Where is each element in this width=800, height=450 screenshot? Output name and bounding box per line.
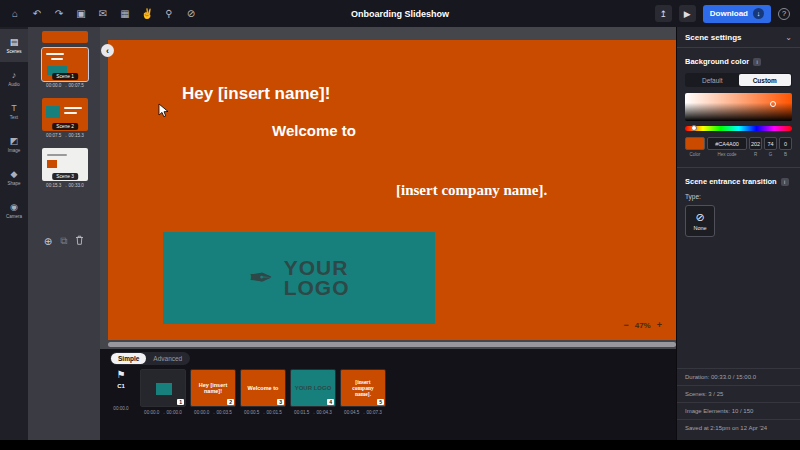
blue-field[interactable]: 0 <box>779 137 792 150</box>
delete-scene-button[interactable] <box>75 235 84 247</box>
timeline-thumb-logo[interactable]: YOUR LOGO 4 <box>290 369 336 407</box>
share-icon: ↥ <box>660 9 668 19</box>
scenes-icon: ▤ <box>10 38 19 47</box>
timeline-thumb-heading[interactable]: Hey [insert name]! 2 <box>190 369 236 407</box>
transition-none-option[interactable]: ⊘ None <box>685 205 715 237</box>
sidebar-item-label: Audio <box>8 82 20 87</box>
hide-icon[interactable]: ⊘ <box>185 9 197 19</box>
stat-scenes: Scenes: 3 / 25 <box>677 385 800 402</box>
mode-simple-button[interactable]: Simple <box>111 353 146 364</box>
logo-placeholder[interactable]: ✒ YOUR LOGO <box>163 232 435 324</box>
settings-title: Scene settings <box>685 33 741 42</box>
slide-canvas[interactable]: ‹ Hey [insert name]! Welcome to [insert … <box>108 40 676 340</box>
timeline-item-3[interactable]: Welcome to 3 00:00.5 → 00:01.5 <box>240 369 286 415</box>
add-scene-button[interactable]: ⊕ <box>44 236 52 247</box>
scene-time-range: 00:00.0 → 00:07.5 <box>42 83 88 88</box>
scene-1-thumbnail[interactable]: Scene 1 <box>42 48 88 81</box>
download-button[interactable]: Download ↓ <box>703 5 771 23</box>
sidebar-item-audio[interactable]: ♪ Audio <box>0 62 28 95</box>
scene-card-3[interactable]: Scene 3 00:15.3 → 00:33.0 <box>42 148 88 188</box>
item-number-badge: 5 <box>377 399 384 405</box>
scene-card-1[interactable]: Scene 1 00:00.0 → 00:07.5 <box>42 48 88 88</box>
red-field[interactable]: 202 <box>749 137 762 150</box>
sidebar-item-image[interactable]: ◩ Image <box>0 128 28 161</box>
collapse-panel-button[interactable]: ‹ <box>101 44 114 57</box>
scene-thumb-partial[interactable] <box>42 31 88 43</box>
slide-company-text[interactable]: [insert company name]. <box>396 182 547 199</box>
app-window: ⌂ ↶ ↷ ▣ ✉ ▦ ✌ ⚲ ⊘ Onboarding Slideshow ↥… <box>0 0 800 450</box>
duplicate-scene-button[interactable]: ⧉ <box>60 235 67 247</box>
comment-icon[interactable]: ✉ <box>97 9 109 19</box>
timeline-thumb-subheading[interactable]: Welcome to 3 <box>240 369 286 407</box>
logo-text: YOUR LOGO <box>284 258 350 298</box>
sidebar-item-camera[interactable]: ◉ Camera <box>0 194 28 227</box>
scene-2-thumbnail[interactable]: Scene 2 <box>42 98 88 131</box>
canvas-area: ‹ Hey [insert name]! Welcome to [insert … <box>100 27 676 349</box>
scene-card-2[interactable]: Scene 2 00:07.5 → 00:15.3 <box>42 98 88 138</box>
info-icon[interactable]: i <box>781 178 789 186</box>
share-button[interactable]: ↥ <box>655 5 672 22</box>
mode-advanced-button[interactable]: Advanced <box>146 353 189 364</box>
camera-track[interactable]: ⚑ C1 00:00.0 <box>108 370 134 411</box>
trash-icon <box>75 235 84 245</box>
green-field[interactable]: 74 <box>764 137 777 150</box>
zoom-out-button[interactable]: − <box>623 320 628 330</box>
redo-icon[interactable]: ↷ <box>53 9 65 19</box>
project-stats: Duration: 00:33.0 / 15:00.0 Scenes: 3 / … <box>677 368 800 436</box>
info-icon[interactable]: i <box>753 58 761 66</box>
timeline-item-5[interactable]: [insert company name]. 5 00:04.5 → 00:07… <box>340 369 386 415</box>
thumb-text-line <box>51 58 63 60</box>
grid-icon[interactable]: ▦ <box>119 9 131 19</box>
scene-name-badge: Scene 1 <box>52 73 78 80</box>
clipboard-icon[interactable]: ▣ <box>75 9 87 19</box>
thumb-text-line <box>46 53 64 55</box>
thumb-text-line <box>64 112 77 114</box>
stat-duration: Duration: 00:33.0 / 15:00.0 <box>677 368 800 385</box>
horizontal-scrollbar[interactable] <box>108 342 676 347</box>
transition-type-label: Type: <box>685 193 792 200</box>
help-button[interactable]: ? <box>778 8 790 20</box>
slide-heading-text[interactable]: Hey [insert name]! <box>182 84 330 104</box>
timeline-items: 1 00:00.0 → 00:00.0 Hey [insert name]! 2… <box>140 369 386 415</box>
mouse-cursor <box>158 103 169 122</box>
scene-name-badge: Scene 2 <box>52 123 78 130</box>
item-time-range: 00:00.5 → 00:01.5 <box>244 410 282 415</box>
timeline-item-4[interactable]: YOUR LOGO 4 00:01.5 → 00:04.3 <box>290 369 336 415</box>
timeline-item-2[interactable]: Hey [insert name]! 2 00:00.0 → 00:03.5 <box>190 369 236 415</box>
home-icon[interactable]: ⌂ <box>9 9 21 19</box>
color-swatch[interactable] <box>685 137 705 150</box>
saturation-cursor[interactable] <box>770 101 776 107</box>
scenes-panel: Scene 1 00:00.0 → 00:07.5 Scene 2 00:07.… <box>28 27 100 440</box>
timeline-thumb-shape[interactable]: 1 <box>140 369 186 407</box>
stat-image-elements: Image Elements: 10 / 150 <box>677 402 800 419</box>
hue-cursor[interactable] <box>691 125 697 131</box>
preview-play-button[interactable]: ▶ <box>679 5 696 22</box>
timeline-mode-toggle: Simple Advanced <box>110 352 190 365</box>
undo-icon[interactable]: ↶ <box>31 9 43 19</box>
shape-icon: ◆ <box>11 170 18 179</box>
item-time-range: 00:04.5 → 00:07.3 <box>344 410 382 415</box>
sidebar-item-shape[interactable]: ◆ Shape <box>0 161 28 194</box>
saturation-picker[interactable] <box>685 93 792 121</box>
hue-slider[interactable] <box>685 126 792 131</box>
slide-subheading-text[interactable]: Welcome to <box>272 122 356 139</box>
chevron-down-icon: ⌄ <box>785 33 792 42</box>
timeline-item-1[interactable]: 1 00:00.0 → 00:00.0 <box>140 369 186 415</box>
item-time-range: 00:00.0 → 00:03.5 <box>194 410 232 415</box>
camera-time: 00:00.0 <box>113 406 128 411</box>
timeline-panel: Simple Advanced ⚑ C1 00:00.0 1 00:00.0 →… <box>100 349 676 440</box>
hex-code-field[interactable]: #CA4A00 <box>707 137 747 150</box>
item-number-badge: 1 <box>177 399 184 405</box>
hand-tool-icon[interactable]: ✌ <box>141 9 153 19</box>
settings-header[interactable]: Scene settings ⌄ <box>677 27 800 48</box>
sidebar-item-text[interactable]: T Text <box>0 95 28 128</box>
top-bar: ⌂ ↶ ↷ ▣ ✉ ▦ ✌ ⚲ ⊘ Onboarding Slideshow ↥… <box>0 0 800 27</box>
sidebar-item-scenes[interactable]: ▤ Scenes <box>0 29 28 62</box>
zoom-in-button[interactable]: + <box>657 320 662 330</box>
tab-default[interactable]: Default <box>686 74 739 86</box>
pin-icon[interactable]: ⚲ <box>163 9 175 19</box>
scene-3-thumbnail[interactable]: Scene 3 <box>42 148 88 181</box>
project-title[interactable]: Onboarding Slideshow <box>351 9 449 19</box>
timeline-thumb-company[interactable]: [insert company name]. 5 <box>340 369 386 407</box>
tab-custom[interactable]: Custom <box>739 74 792 86</box>
